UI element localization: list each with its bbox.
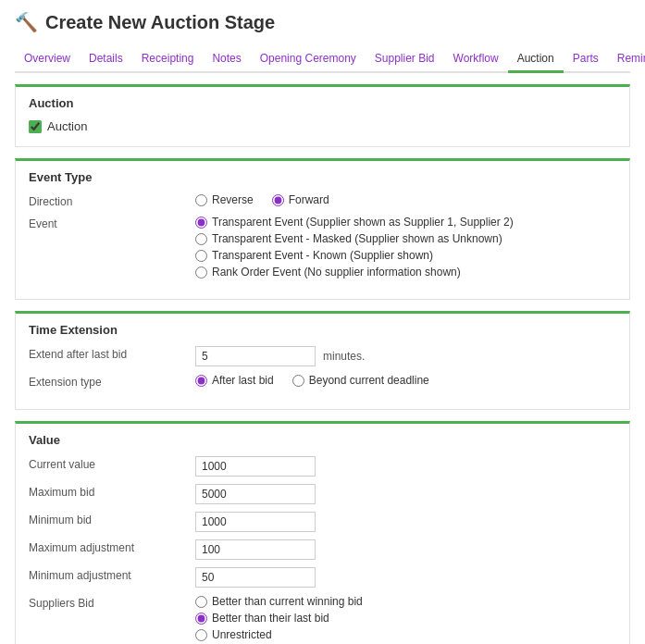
tab-workflow[interactable]: Workflow [444, 46, 508, 73]
tab-details[interactable]: Details [80, 46, 132, 73]
suppliers-bid-better-winning[interactable]: Better than current winning bid [195, 595, 616, 608]
suppliers-bid-better-last-label: Better than their last bid [212, 612, 329, 625]
extension-type-options: After last bid Beyond current deadline [195, 374, 616, 387]
suppliers-bid-better-winning-radio[interactable] [195, 596, 207, 608]
direction-label: Direction [29, 193, 195, 208]
event-transparent-radio[interactable] [195, 217, 207, 229]
extension-type-row: Extension type After last bid Beyond cur… [29, 374, 616, 389]
suppliers-bid-unrestricted-radio[interactable] [195, 629, 207, 641]
tab-reminders[interactable]: Reminders [608, 46, 645, 73]
extend-input[interactable] [195, 346, 316, 366]
suppliers-bid-options: Better than current winning bid Better t… [195, 595, 616, 641]
auction-checkbox[interactable] [29, 120, 42, 133]
direction-reverse[interactable]: Reverse [195, 193, 254, 206]
hammer-icon: 🔨 [15, 11, 38, 33]
minimum-adjustment-row: Minimum adjustment [29, 567, 616, 588]
time-extension-section-title: Time Extension [29, 323, 616, 337]
direction-forward-radio[interactable] [272, 194, 284, 206]
maximum-adjustment-label: Maximum adjustment [29, 539, 195, 554]
event-masked[interactable]: Transparent Event - Masked (Supplier sho… [195, 232, 616, 245]
extend-label: Extend after last bid [29, 346, 195, 361]
direction-forward[interactable]: Forward [272, 193, 329, 206]
extend-row: Extend after last bid minutes. [29, 346, 616, 366]
event-known-radio[interactable] [195, 250, 207, 262]
current-value-input[interactable] [195, 456, 316, 477]
event-transparent[interactable]: Transparent Event (Supplier shown as Sup… [195, 216, 616, 229]
value-section: Value Current value Maximum bid Minimum … [15, 421, 630, 644]
suppliers-bid-better-last[interactable]: Better than their last bid [195, 612, 616, 625]
extension-type-label: Extension type [29, 374, 195, 389]
minimum-adjustment-label: Minimum adjustment [29, 567, 195, 582]
direction-reverse-radio[interactable] [195, 194, 207, 206]
minimum-bid-input[interactable] [195, 512, 316, 532]
tab-opening-ceremony[interactable]: Opening Ceremony [251, 46, 366, 73]
ext-after-last-bid[interactable]: After last bid [195, 374, 274, 387]
event-rank-radio[interactable] [195, 266, 207, 279]
event-row: Event Transparent Event (Supplier shown … [29, 216, 616, 279]
tab-overview[interactable]: Overview [15, 46, 80, 73]
auction-checkbox-label: Auction [47, 119, 87, 133]
tab-parts[interactable]: Parts [564, 46, 608, 73]
ext-after-last-bid-label: After last bid [212, 374, 274, 387]
suppliers-bid-unrestricted[interactable]: Unrestricted [195, 628, 616, 641]
maximum-bid-label: Maximum bid [29, 484, 195, 499]
event-options: Transparent Event (Supplier shown as Sup… [195, 216, 616, 279]
event-known-label: Transparent Event - Known (Supplier show… [212, 249, 433, 262]
value-section-title: Value [29, 433, 616, 447]
maximum-bid-row: Maximum bid [29, 484, 616, 504]
direction-options: Reverse Forward [195, 193, 616, 206]
minimum-bid-row: Minimum bid [29, 512, 616, 532]
ext-beyond-deadline-radio[interactable] [292, 375, 304, 387]
maximum-bid-control [195, 484, 616, 504]
direction-reverse-label: Reverse [212, 193, 254, 206]
event-rank-label: Rank Order Event (No supplier informatio… [212, 266, 461, 279]
event-rank[interactable]: Rank Order Event (No supplier informatio… [195, 266, 616, 279]
current-value-control [195, 456, 616, 477]
event-masked-label: Transparent Event - Masked (Supplier sho… [212, 232, 502, 245]
maximum-bid-input[interactable] [195, 484, 316, 504]
event-known[interactable]: Transparent Event - Known (Supplier show… [195, 249, 616, 262]
tab-supplier-bid[interactable]: Supplier Bid [366, 46, 444, 73]
extend-control: minutes. [195, 346, 616, 366]
minimum-bid-label: Minimum bid [29, 512, 195, 526]
suppliers-bid-row: Suppliers Bid Better than current winnin… [29, 595, 616, 641]
minimum-bid-control [195, 512, 616, 532]
maximum-adjustment-row: Maximum adjustment [29, 539, 616, 560]
direction-forward-label: Forward [289, 193, 329, 206]
event-type-section: Event Type Direction Reverse Forward Eve… [15, 158, 630, 300]
time-extension-section: Time Extension Extend after last bid min… [15, 311, 630, 410]
ext-beyond-deadline[interactable]: Beyond current deadline [292, 374, 429, 387]
event-label: Event [29, 216, 195, 230]
current-value-label: Current value [29, 456, 195, 471]
event-transparent-label: Transparent Event (Supplier shown as Sup… [212, 216, 514, 229]
tab-notes[interactable]: Notes [203, 46, 250, 73]
event-type-section-title: Event Type [29, 170, 616, 184]
tab-auction[interactable]: Auction [508, 46, 564, 73]
suppliers-bid-label: Suppliers Bid [29, 595, 195, 610]
maximum-adjustment-control [195, 539, 616, 560]
current-value-row: Current value [29, 456, 616, 477]
page-title: Create New Auction Stage [45, 12, 275, 33]
suppliers-bid-better-last-radio[interactable] [195, 613, 207, 625]
page-wrapper: 🔨 Create New Auction Stage Overview Deta… [0, 0, 645, 644]
auction-section-title: Auction [29, 96, 616, 110]
auction-section: Auction Auction [15, 84, 630, 147]
auction-checkbox-row: Auction [29, 119, 616, 133]
tab-bar: Overview Details Receipting Notes Openin… [15, 46, 630, 73]
minimum-adjustment-input[interactable] [195, 567, 316, 588]
event-masked-radio[interactable] [195, 233, 207, 245]
suppliers-bid-unrestricted-label: Unrestricted [212, 628, 272, 641]
minimum-adjustment-control [195, 567, 616, 588]
extend-suffix: minutes. [323, 350, 365, 363]
suppliers-bid-better-winning-label: Better than current winning bid [212, 595, 363, 608]
ext-beyond-deadline-label: Beyond current deadline [309, 374, 429, 387]
maximum-adjustment-input[interactable] [195, 539, 316, 560]
page-title-row: 🔨 Create New Auction Stage [15, 11, 630, 33]
ext-after-last-bid-radio[interactable] [195, 375, 207, 387]
direction-row: Direction Reverse Forward [29, 193, 616, 208]
tab-receipting[interactable]: Receipting [132, 46, 204, 73]
